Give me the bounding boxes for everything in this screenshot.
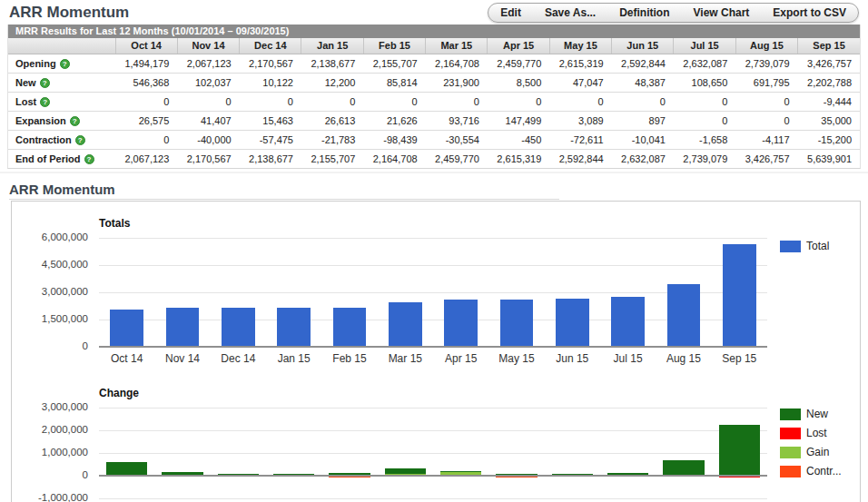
cell: 0 <box>674 92 735 111</box>
x-axis-baseline <box>99 346 767 348</box>
cell: -57,475 <box>240 130 301 149</box>
cell: -9,444 <box>798 92 860 111</box>
row-label-text: Opening <box>15 58 56 69</box>
help-icon[interactable]: ? <box>40 78 50 88</box>
chart-legend: NewLostGainContr... <box>767 408 860 498</box>
gridline <box>99 498 767 499</box>
month-column-header: Nov 14 <box>177 38 239 54</box>
legend-item-contr: Contr... <box>780 465 860 477</box>
bar-new <box>440 471 481 472</box>
x-tick-label: Dec 14 <box>211 352 266 365</box>
edit-button[interactable]: Edit <box>488 4 533 22</box>
help-icon[interactable]: ? <box>75 135 85 145</box>
bar-total <box>667 284 701 347</box>
x-tick-label: Sep 15 <box>712 352 767 365</box>
cell: 231,900 <box>426 73 488 92</box>
y-tick-label: 4,500,000 <box>42 259 88 270</box>
cell: 691,795 <box>735 73 797 92</box>
y-tick-label: 1,000,000 <box>42 447 88 458</box>
help-icon[interactable]: ? <box>60 59 70 69</box>
cell: 2,067,123 <box>115 149 177 168</box>
cell: 10,122 <box>240 73 301 92</box>
x-tick-label: Feb 15 <box>321 352 377 365</box>
cell: 2,138,677 <box>240 149 301 168</box>
plot-area <box>99 238 767 347</box>
month-column-header: Feb 15 <box>363 38 425 54</box>
table-row: New?546,368102,03710,12212,20085,814231,… <box>8 73 860 92</box>
bar-total <box>277 308 311 347</box>
cell: 2,615,319 <box>549 54 611 73</box>
legend-item-lost: Lost <box>780 427 860 439</box>
legend-label: Total <box>806 240 829 252</box>
export-to-csv-button[interactable]: Export to CSV <box>761 4 858 22</box>
help-icon[interactable]: ? <box>70 116 80 126</box>
bar-total <box>333 308 367 347</box>
chart-section-title: ARR Momentum <box>9 182 868 197</box>
top-bar: ARR Momentum EditSave As...DefinitionVie… <box>0 0 868 25</box>
cell: 2,592,844 <box>549 149 611 168</box>
row-label: Expansion? <box>8 111 115 130</box>
row-label-text: End of Period <box>15 153 81 164</box>
cell: 2,067,123 <box>177 54 239 73</box>
cell: 41,407 <box>177 111 239 130</box>
cell: 2,592,844 <box>612 54 674 73</box>
cell: 93,716 <box>426 111 488 130</box>
cell: 2,615,319 <box>488 149 549 168</box>
totals-chart-title: Totals <box>99 217 860 230</box>
legend-item-total: Total <box>780 240 860 252</box>
x-tick-label: Jun 15 <box>545 352 600 365</box>
cell: 102,037 <box>177 73 239 92</box>
cell: -98,439 <box>363 130 425 149</box>
cell: 0 <box>488 92 549 111</box>
month-column-header: Jan 15 <box>301 38 363 54</box>
cell: 5,639,901 <box>798 149 860 168</box>
chart-panel: Totals6,000,0004,500,0003,000,0001,500,0… <box>11 201 861 502</box>
y-axis: 6,000,0004,500,0003,000,0001,500,0000 <box>12 238 99 347</box>
cell: 85,814 <box>363 73 425 92</box>
cell: 2,155,707 <box>363 54 425 73</box>
y-tick-label: 6,000,000 <box>42 231 88 242</box>
save-as-button[interactable]: Save As... <box>533 4 607 22</box>
cell: 2,202,788 <box>798 73 860 92</box>
y-tick-label: 1,500,000 <box>42 313 88 324</box>
bar-total <box>389 302 422 347</box>
cell: 15,463 <box>240 111 301 130</box>
cell: 26,613 <box>301 111 363 130</box>
x-tick-label: May 15 <box>488 352 544 365</box>
cell: 47,047 <box>549 73 611 92</box>
y-tick-label: -1,000,000 <box>38 492 88 502</box>
month-column-header: Dec 14 <box>240 38 301 54</box>
cell: 0 <box>674 111 735 130</box>
cell: 2,632,087 <box>612 149 674 168</box>
help-icon[interactable]: ? <box>40 97 50 107</box>
definition-button[interactable]: Definition <box>607 4 681 22</box>
y-tick-label: 2,000,000 <box>42 424 88 435</box>
cell: 0 <box>363 92 425 111</box>
plot-area <box>99 408 767 498</box>
cell: 2,138,677 <box>301 54 363 73</box>
table-row: End of Period?2,067,1232,170,5672,138,67… <box>8 149 860 168</box>
x-tick-label: Apr 15 <box>433 352 488 365</box>
cell: -15,200 <box>798 130 860 149</box>
legend-label: New <box>806 408 828 420</box>
cell: 2,739,079 <box>674 149 735 168</box>
x-tick-label: Jul 15 <box>600 352 656 365</box>
cell: 2,632,087 <box>674 54 735 73</box>
month-column-header: Apr 15 <box>488 38 549 54</box>
view-chart-button[interactable]: View Chart <box>682 4 762 22</box>
cell: 2,739,079 <box>735 54 797 73</box>
row-label: End of Period? <box>8 149 115 168</box>
x-tick-label: Jan 15 <box>266 352 321 365</box>
gridline <box>99 430 767 431</box>
help-icon[interactable]: ? <box>84 154 94 164</box>
cell: 2,164,708 <box>363 149 425 168</box>
row-label: Contraction? <box>8 130 115 149</box>
cell: 3,089 <box>549 111 611 130</box>
x-tick-label: Oct 14 <box>99 352 154 365</box>
row-label: New? <box>8 73 115 92</box>
mrr-results-table-section: MRR Results for Last 12 Months (10/01/20… <box>7 25 861 169</box>
month-column-header: Jul 15 <box>674 38 735 54</box>
totals-chart-body: 6,000,0004,500,0003,000,0001,500,0000Tot… <box>12 238 860 347</box>
legend-label: Lost <box>806 427 827 439</box>
cell: -21,783 <box>301 130 363 149</box>
